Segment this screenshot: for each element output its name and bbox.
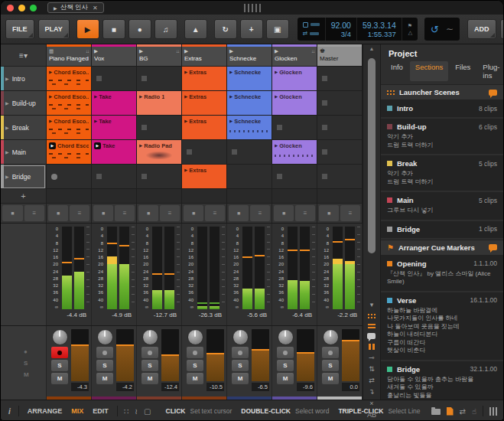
minimize-window-button[interactable] <box>18 5 25 11</box>
clip-play-icon[interactable]: ▶ <box>139 94 142 99</box>
clip-cell-master-4[interactable] <box>317 165 362 189</box>
track-header-master[interactable]: ♚Master <box>317 44 362 67</box>
clip-cell-bg-2[interactable] <box>137 116 181 140</box>
clip-cell-piano-flangedi-1[interactable]: ▶Chord Esco... <box>47 91 91 116</box>
scene-button-main[interactable]: ▶Main <box>1 140 46 165</box>
info-icon[interactable]: i <box>7 407 12 416</box>
track-stop-button[interactable]: ■ <box>48 205 68 221</box>
clip-cell-vox-3[interactable]: ▶Take <box>92 140 136 165</box>
arm-button[interactable] <box>232 347 249 358</box>
launch-scene-row-button[interactable]: ≡ <box>24 205 45 221</box>
groove-button[interactable]: ♫ <box>154 19 177 39</box>
clip-stop-button[interactable] <box>322 76 327 81</box>
clip-cell-master-0[interactable] <box>317 67 362 91</box>
time-signature-value[interactable]: 3/4 <box>341 30 351 38</box>
tab-files[interactable]: Files <box>450 61 476 81</box>
arm-button[interactable] <box>141 347 158 358</box>
add-menu-button[interactable]: ADD <box>467 19 496 39</box>
track-launch-button[interactable]: ≡ <box>340 205 360 221</box>
clip-cell-piano-flangedi-3[interactable]: ▶Chord Esco... <box>47 140 91 165</box>
view-button-arrange[interactable]: ARRANGE <box>25 406 65 416</box>
clip-play-icon[interactable]: ▶ <box>275 143 278 148</box>
clip-play-icon[interactable]: ▶ <box>229 70 232 74</box>
folder-icon[interactable] <box>431 409 441 415</box>
zoom-window-button[interactable] <box>30 5 37 11</box>
launcher-scene-item-intro[interactable]: Intro8 clips <box>381 100 503 119</box>
solo-button[interactable]: S <box>187 360 203 371</box>
track-stop-button[interactable]: ■ <box>184 205 203 221</box>
return-icon[interactable]: ↴ <box>369 389 375 396</box>
scrollbar-thumb[interactable] <box>368 58 376 253</box>
pause-bars-icon[interactable] <box>369 344 371 350</box>
clip-playing-icon[interactable]: ▶ <box>49 142 56 149</box>
track-header-glocken[interactable]: ▶↓↓Glocken <box>272 44 317 67</box>
hand-icon[interactable]: ☝ <box>472 407 476 416</box>
project-tab[interactable]: ▶ 산책 인사 ✕ <box>47 2 104 13</box>
track-launch-button[interactable]: ≡ <box>250 205 270 221</box>
solo-button[interactable]: S <box>96 360 113 371</box>
volume-fader[interactable] <box>252 329 269 381</box>
launcher-scenes-header[interactable]: Launcher Scenes <box>381 84 503 100</box>
volume-fader[interactable] <box>71 329 89 381</box>
volume-fader[interactable] <box>297 329 314 381</box>
mute-button[interactable]: M <box>277 373 294 384</box>
edit-menu-button[interactable]: EDIT <box>500 19 504 39</box>
clip-record-button[interactable] <box>51 174 57 180</box>
scene-button-intro[interactable]: ▶Intro <box>1 67 46 91</box>
position-value[interactable]: 59.3.3.14 <box>363 21 396 30</box>
track-launch-button[interactable]: ≡ <box>160 205 180 221</box>
clip-play-icon[interactable]: ▶ <box>275 94 278 99</box>
clip-play-icon[interactable]: ▶ <box>139 143 142 148</box>
clip-cell-schnecke-2[interactable]: ▶Schnecke <box>227 116 272 140</box>
clip-cell-extras-3[interactable] <box>182 140 226 165</box>
volume-fader[interactable] <box>116 329 134 381</box>
clip-stop-button[interactable] <box>141 76 147 81</box>
mixer-icon[interactable] <box>489 407 491 416</box>
solo-button[interactable]: S <box>277 360 294 371</box>
cue-marker-item-bridge[interactable]: Bridge32.1.1.00담아둘 수 있을까 춤추는 바람을새겨둘 수 있을… <box>381 361 503 400</box>
swap-icon[interactable]: ⇄ <box>460 407 466 416</box>
volume-fader[interactable] <box>206 329 224 381</box>
volume-fader[interactable] <box>161 329 179 381</box>
cue-marker-item-opening[interactable]: Opening1.1.1.00『산책 인사』 by 앨리스 스마일 (Alice… <box>381 256 503 292</box>
clip-cell-glocken-3[interactable]: ▶Glocken <box>272 140 317 165</box>
scrollbar[interactable] <box>368 54 376 297</box>
add-scene-button[interactable]: + <box>1 189 46 204</box>
track-header-bg[interactable]: ▶↓↓BG <box>137 44 181 67</box>
comment-bubble-icon[interactable] <box>489 90 497 96</box>
clip-cell-piano-flangedi-4[interactable] <box>47 165 91 189</box>
mute-button[interactable]: M <box>322 373 339 384</box>
tempo-value[interactable]: 92.00 <box>331 21 351 30</box>
stop-all-clips-button[interactable]: ■ <box>2 205 23 221</box>
clip-cell-extras-1[interactable]: ▶Extras <box>182 91 226 116</box>
clip-play-icon[interactable]: ▶ <box>184 119 187 123</box>
pan-knob[interactable] <box>187 329 203 345</box>
clip-play-icon[interactable]: ▶ <box>184 168 187 172</box>
clip-stop-button[interactable] <box>277 174 282 179</box>
pan-knob[interactable] <box>97 329 113 345</box>
clip-cell-vox-1[interactable]: ▶Take <box>92 91 136 116</box>
track-launch-button[interactable]: ≡ <box>205 205 225 221</box>
clip-cell-bg-4[interactable] <box>137 165 181 189</box>
clip-cell-extras-4[interactable]: ▶Extras <box>182 165 226 189</box>
comment-bubble-icon[interactable] <box>489 244 497 250</box>
collapse-arrow-icon[interactable]: ▾ <box>370 302 374 308</box>
stop-button[interactable]: ■ <box>102 19 125 39</box>
tab-info[interactable]: Info <box>385 61 408 81</box>
clip-cell-bg-1[interactable]: ▶Radio 1 <box>137 91 181 116</box>
clip-cell-schnecke-0[interactable]: ▶Schnecke <box>227 67 272 91</box>
pan-knob[interactable] <box>278 329 294 345</box>
comments-icon[interactable] <box>367 333 376 339</box>
time-value[interactable]: 1:55.337 <box>368 30 396 38</box>
clip-play-icon[interactable]: ▶ <box>275 70 278 74</box>
scene-menu-button[interactable]: ≡▾ <box>15 51 32 60</box>
view-button-mix[interactable]: MIX <box>69 406 86 416</box>
clip-play-icon[interactable]: ▶ <box>229 119 232 123</box>
solo-button[interactable]: S <box>232 360 249 371</box>
clip-stop-button[interactable] <box>322 100 327 106</box>
list-view-icon[interactable] <box>368 324 376 325</box>
position-display[interactable]: 59.3.3.14 1:55.337 <box>357 18 402 41</box>
clip-cell-glocken-1[interactable]: ▶Glocken <box>272 91 317 116</box>
clip-cell-vox-4[interactable] <box>92 165 136 189</box>
clip-cell-piano-flangedi-2[interactable]: ▶Chord Esco... <box>47 116 91 140</box>
